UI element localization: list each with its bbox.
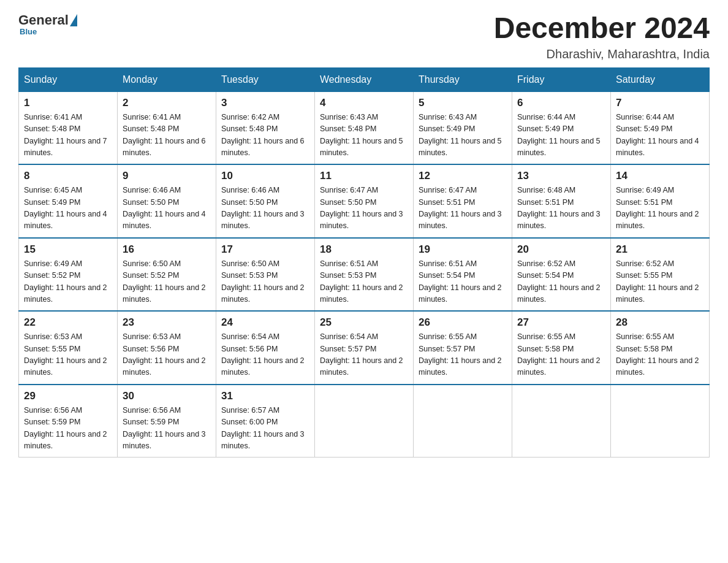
- table-row: 31 Sunrise: 6:57 AMSunset: 6:00 PMDaylig…: [216, 385, 315, 458]
- day-number: 25: [320, 316, 408, 329]
- day-number: 21: [616, 243, 704, 256]
- day-number: 13: [517, 170, 605, 182]
- col-friday: Friday: [512, 67, 611, 91]
- logo: General Blue: [18, 12, 78, 36]
- table-row: 8 Sunrise: 6:45 AMSunset: 5:49 PMDayligh…: [19, 164, 118, 238]
- col-tuesday: Tuesday: [216, 67, 315, 91]
- day-info: Sunrise: 6:49 AMSunset: 5:52 PMDaylight:…: [24, 259, 107, 304]
- day-info: Sunrise: 6:55 AMSunset: 5:57 PMDaylight:…: [419, 332, 502, 377]
- day-number: 18: [320, 243, 408, 256]
- day-number: 1: [24, 97, 112, 109]
- logo-blue-text: Blue: [20, 27, 37, 36]
- calendar-header-row: Sunday Monday Tuesday Wednesday Thursday…: [19, 67, 710, 91]
- day-number: 12: [419, 170, 507, 182]
- day-number: 14: [616, 170, 704, 182]
- day-info: Sunrise: 6:47 AMSunset: 5:51 PMDaylight:…: [419, 186, 502, 230]
- col-monday: Monday: [118, 67, 216, 91]
- table-row: 24 Sunrise: 6:54 AMSunset: 5:56 PMDaylig…: [216, 311, 315, 385]
- day-number: 5: [419, 97, 507, 109]
- day-info: Sunrise: 6:44 AMSunset: 5:49 PMDaylight:…: [517, 113, 601, 157]
- table-row: 23 Sunrise: 6:53 AMSunset: 5:56 PMDaylig…: [118, 311, 216, 385]
- day-number: 23: [123, 316, 211, 329]
- col-saturday: Saturday: [611, 67, 710, 91]
- table-row: 19 Sunrise: 6:51 AMSunset: 5:54 PMDaylig…: [414, 238, 512, 312]
- day-info: Sunrise: 6:54 AMSunset: 5:57 PMDaylight:…: [320, 332, 403, 377]
- day-number: 30: [123, 390, 211, 402]
- day-number: 15: [24, 243, 112, 256]
- day-info: Sunrise: 6:50 AMSunset: 5:53 PMDaylight:…: [221, 259, 305, 304]
- page-header: General Blue December 2024 Dharashiv, Ma…: [18, 12, 710, 61]
- day-number: 26: [419, 316, 507, 329]
- day-info: Sunrise: 6:51 AMSunset: 5:54 PMDaylight:…: [419, 259, 502, 304]
- day-number: 22: [24, 316, 112, 329]
- day-number: 31: [221, 390, 309, 402]
- table-row: [611, 385, 710, 458]
- day-info: Sunrise: 6:46 AMSunset: 5:50 PMDaylight:…: [221, 186, 305, 230]
- day-info: Sunrise: 6:51 AMSunset: 5:53 PMDaylight:…: [320, 259, 403, 304]
- table-row: 21 Sunrise: 6:52 AMSunset: 5:55 PMDaylig…: [611, 238, 710, 312]
- day-number: 27: [517, 316, 605, 329]
- table-row: 27 Sunrise: 6:55 AMSunset: 5:58 PMDaylig…: [512, 311, 611, 385]
- calendar-table: Sunday Monday Tuesday Wednesday Thursday…: [18, 67, 710, 458]
- table-row: 7 Sunrise: 6:44 AMSunset: 5:49 PMDayligh…: [611, 91, 710, 164]
- day-info: Sunrise: 6:45 AMSunset: 5:49 PMDaylight:…: [24, 186, 107, 230]
- table-row: 2 Sunrise: 6:41 AMSunset: 5:48 PMDayligh…: [118, 91, 216, 164]
- day-number: 7: [616, 97, 704, 109]
- table-row: 28 Sunrise: 6:55 AMSunset: 5:58 PMDaylig…: [611, 311, 710, 385]
- logo-general-text: General: [18, 12, 69, 28]
- title-area: December 2024 Dharashiv, Maharashtra, In…: [494, 12, 710, 61]
- table-row: 1 Sunrise: 6:41 AMSunset: 5:48 PMDayligh…: [19, 91, 118, 164]
- calendar-week-row: 29 Sunrise: 6:56 AMSunset: 5:59 PMDaylig…: [19, 385, 710, 458]
- day-info: Sunrise: 6:49 AMSunset: 5:51 PMDaylight:…: [616, 186, 699, 230]
- table-row: 6 Sunrise: 6:44 AMSunset: 5:49 PMDayligh…: [512, 91, 611, 164]
- table-row: 22 Sunrise: 6:53 AMSunset: 5:55 PMDaylig…: [19, 311, 118, 385]
- logo-triangle-icon: [70, 14, 77, 26]
- day-number: 10: [221, 170, 309, 182]
- day-info: Sunrise: 6:55 AMSunset: 5:58 PMDaylight:…: [616, 332, 699, 377]
- table-row: 26 Sunrise: 6:55 AMSunset: 5:57 PMDaylig…: [414, 311, 512, 385]
- day-info: Sunrise: 6:52 AMSunset: 5:55 PMDaylight:…: [616, 259, 699, 304]
- day-number: 8: [24, 170, 112, 182]
- location-subtitle: Dharashiv, Maharashtra, India: [494, 47, 710, 61]
- day-info: Sunrise: 6:47 AMSunset: 5:50 PMDaylight:…: [320, 186, 403, 230]
- day-info: Sunrise: 6:43 AMSunset: 5:48 PMDaylight:…: [320, 113, 403, 157]
- day-info: Sunrise: 6:46 AMSunset: 5:50 PMDaylight:…: [123, 186, 206, 230]
- table-row: [512, 385, 611, 458]
- table-row: 11 Sunrise: 6:47 AMSunset: 5:50 PMDaylig…: [315, 164, 414, 238]
- day-info: Sunrise: 6:53 AMSunset: 5:56 PMDaylight:…: [123, 332, 206, 377]
- calendar-week-row: 15 Sunrise: 6:49 AMSunset: 5:52 PMDaylig…: [19, 238, 710, 312]
- day-info: Sunrise: 6:44 AMSunset: 5:49 PMDaylight:…: [616, 113, 699, 157]
- col-sunday: Sunday: [19, 67, 118, 91]
- table-row: 12 Sunrise: 6:47 AMSunset: 5:51 PMDaylig…: [414, 164, 512, 238]
- day-number: 9: [123, 170, 211, 182]
- table-row: 17 Sunrise: 6:50 AMSunset: 5:53 PMDaylig…: [216, 238, 315, 312]
- day-number: 16: [123, 243, 211, 256]
- day-number: 28: [616, 316, 704, 329]
- table-row: [315, 385, 414, 458]
- table-row: 18 Sunrise: 6:51 AMSunset: 5:53 PMDaylig…: [315, 238, 414, 312]
- calendar-week-row: 1 Sunrise: 6:41 AMSunset: 5:48 PMDayligh…: [19, 91, 710, 164]
- table-row: [414, 385, 512, 458]
- day-info: Sunrise: 6:57 AMSunset: 6:00 PMDaylight:…: [221, 406, 305, 450]
- table-row: 29 Sunrise: 6:56 AMSunset: 5:59 PMDaylig…: [19, 385, 118, 458]
- day-info: Sunrise: 6:48 AMSunset: 5:51 PMDaylight:…: [517, 186, 601, 230]
- day-info: Sunrise: 6:56 AMSunset: 5:59 PMDaylight:…: [24, 406, 107, 450]
- day-info: Sunrise: 6:41 AMSunset: 5:48 PMDaylight:…: [123, 113, 206, 157]
- col-thursday: Thursday: [414, 67, 512, 91]
- table-row: 9 Sunrise: 6:46 AMSunset: 5:50 PMDayligh…: [118, 164, 216, 238]
- calendar-week-row: 8 Sunrise: 6:45 AMSunset: 5:49 PMDayligh…: [19, 164, 710, 238]
- day-number: 11: [320, 170, 408, 182]
- table-row: 14 Sunrise: 6:49 AMSunset: 5:51 PMDaylig…: [611, 164, 710, 238]
- day-info: Sunrise: 6:53 AMSunset: 5:55 PMDaylight:…: [24, 332, 107, 377]
- table-row: 16 Sunrise: 6:50 AMSunset: 5:52 PMDaylig…: [118, 238, 216, 312]
- day-info: Sunrise: 6:41 AMSunset: 5:48 PMDaylight:…: [24, 113, 107, 157]
- day-number: 2: [123, 97, 211, 109]
- table-row: 4 Sunrise: 6:43 AMSunset: 5:48 PMDayligh…: [315, 91, 414, 164]
- day-info: Sunrise: 6:50 AMSunset: 5:52 PMDaylight:…: [123, 259, 206, 304]
- day-number: 4: [320, 97, 408, 109]
- day-number: 29: [24, 390, 112, 402]
- calendar-week-row: 22 Sunrise: 6:53 AMSunset: 5:55 PMDaylig…: [19, 311, 710, 385]
- table-row: 25 Sunrise: 6:54 AMSunset: 5:57 PMDaylig…: [315, 311, 414, 385]
- table-row: 3 Sunrise: 6:42 AMSunset: 5:48 PMDayligh…: [216, 91, 315, 164]
- day-number: 3: [221, 97, 309, 109]
